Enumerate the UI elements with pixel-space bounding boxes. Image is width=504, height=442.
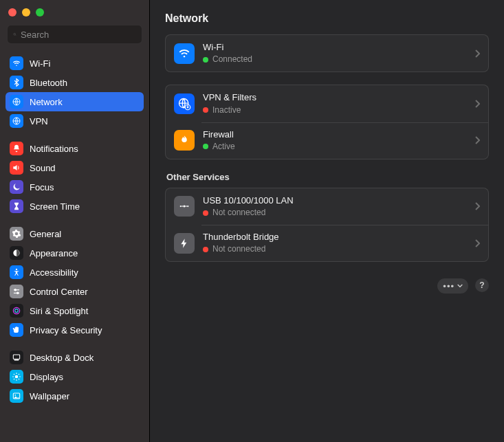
svg-point-10 — [17, 292, 19, 294]
sidebar-item-controlcenter[interactable]: Control Center — [6, 282, 144, 301]
sidebar-item-accessibility[interactable]: Accessibility — [6, 263, 144, 282]
sidebar-item-screentime[interactable]: Screen Time — [6, 197, 144, 216]
svg-point-2 — [16, 65, 17, 66]
chevron-right-icon — [474, 49, 480, 58]
firewall-icon — [174, 130, 195, 151]
minimize-icon[interactable] — [22, 8, 30, 16]
service-row-firewall[interactable]: Firewall Active — [166, 122, 488, 159]
service-status: Connected — [203, 54, 466, 65]
settings-window: Wi-Fi Bluetooth Network VPN N — [0, 0, 504, 442]
sidebar-list: Wi-Fi Bluetooth Network VPN N — [0, 51, 149, 442]
service-title: Thunderbolt Bridge — [203, 232, 466, 243]
speaker-icon — [10, 161, 23, 175]
search-input[interactable] — [21, 30, 136, 40]
main-panel: Network Wi-Fi Connected VPN & Filters — [150, 0, 504, 442]
svg-line-21 — [19, 379, 19, 379]
close-icon[interactable] — [8, 8, 17, 16]
svg-point-31 — [180, 206, 182, 207]
sidebar-item-wifi[interactable]: Wi-Fi — [6, 54, 144, 73]
service-row-usblan[interactable]: USB 10/100/1000 LAN Not connected — [166, 188, 488, 225]
sidebar-item-network[interactable]: Network — [6, 92, 144, 111]
secondary-services-card: VPN & Filters Inactive Firewall Active — [165, 85, 489, 159]
sidebar-item-label: Accessibility — [30, 267, 78, 278]
service-row-vpnfilters[interactable]: VPN & Filters Inactive — [166, 85, 488, 122]
status-dot — [203, 247, 208, 252]
sidebar-item-label: Wi-Fi — [30, 58, 50, 69]
sliders-icon — [10, 285, 23, 298]
sidebar-item-label: Wallpaper — [30, 391, 69, 401]
sidebar-item-wallpaper[interactable]: Wallpaper — [6, 386, 144, 406]
sidebar-item-label: Siri & Spotlight — [30, 306, 88, 316]
service-row-thunderbolt[interactable]: Thunderbolt Bridge Not connected — [166, 225, 488, 261]
dock-icon — [10, 351, 23, 364]
sidebar-item-bluetooth[interactable]: Bluetooth — [6, 73, 144, 92]
displays-icon — [10, 370, 23, 384]
sidebar-item-vpn[interactable]: VPN — [6, 111, 144, 131]
hand-icon — [10, 323, 23, 337]
service-title: Firewall — [203, 129, 466, 140]
svg-point-0 — [14, 33, 16, 35]
other-services-card: USB 10/100/1000 LAN Not connected Thunde… — [165, 188, 489, 263]
more-actions-button[interactable]: ••• — [437, 278, 468, 294]
svg-line-22 — [14, 379, 14, 379]
sidebar-item-label: General — [30, 229, 61, 239]
status-dot — [203, 144, 208, 149]
wallpaper-icon — [10, 389, 23, 403]
service-status: Not connected — [203, 244, 466, 254]
ellipsis-icon: ••• — [443, 281, 454, 291]
svg-point-12 — [15, 309, 19, 313]
chevron-down-icon — [457, 283, 463, 289]
wifi-icon — [174, 43, 195, 64]
sidebar-item-displays[interactable]: Displays — [6, 367, 144, 386]
sidebar-item-notifications[interactable]: Notifications — [6, 139, 144, 158]
svg-point-15 — [15, 375, 19, 379]
status-dot — [203, 210, 208, 216]
sidebar-item-label: Appearance — [30, 248, 78, 258]
bell-icon — [10, 142, 23, 155]
chevron-right-icon — [474, 136, 480, 144]
sidebar-item-label: Displays — [30, 372, 63, 382]
hourglass-icon — [10, 199, 23, 213]
svg-point-30 — [184, 206, 186, 208]
window-controls — [0, 0, 149, 22]
sidebar-item-label: Bluetooth — [30, 78, 67, 88]
bluetooth-icon — [10, 76, 23, 89]
other-services-label: Other Services — [166, 172, 487, 182]
service-title: USB 10/100/1000 LAN — [203, 195, 466, 206]
svg-line-23 — [19, 374, 19, 375]
sidebar-item-siri[interactable]: Siri & Spotlight — [6, 301, 144, 320]
svg-line-1 — [15, 35, 16, 36]
sidebar-item-label: Control Center — [30, 287, 88, 297]
primary-services-card: Wi-Fi Connected — [165, 34, 489, 72]
sidebar-item-privacy[interactable]: Privacy & Security — [6, 320, 144, 340]
svg-rect-14 — [14, 360, 19, 360]
svg-point-32 — [187, 206, 188, 207]
sidebar-item-label: Notifications — [30, 144, 78, 154]
sidebar-item-general[interactable]: General — [6, 224, 144, 243]
svg-point-26 — [184, 56, 185, 57]
sidebar-item-focus[interactable]: Focus — [6, 177, 144, 197]
svg-line-20 — [14, 374, 14, 375]
svg-point-11 — [13, 307, 19, 313]
help-button[interactable]: ? — [475, 278, 489, 292]
service-status: Not connected — [203, 208, 466, 218]
fullscreen-icon[interactable] — [36, 8, 44, 16]
search-field[interactable] — [7, 25, 142, 44]
sidebar-item-appearance[interactable]: Appearance — [6, 243, 144, 263]
globe-badge-icon — [174, 93, 195, 114]
svg-point-25 — [14, 395, 16, 396]
sidebar-item-label: VPN — [30, 116, 48, 126]
sidebar-item-sound[interactable]: Sound — [6, 158, 144, 177]
ethernet-icon — [174, 196, 195, 217]
appearance-icon — [10, 246, 23, 260]
network-icon — [10, 95, 23, 109]
service-row-wifi[interactable]: Wi-Fi Connected — [166, 35, 488, 71]
sidebar-item-desktop[interactable]: Desktop & Dock — [6, 348, 144, 367]
sidebar: Wi-Fi Bluetooth Network VPN N — [0, 0, 150, 442]
footer-actions: ••• ? — [165, 274, 489, 294]
status-dot — [203, 57, 208, 63]
page-title: Network — [165, 12, 489, 25]
gear-icon — [10, 227, 23, 241]
chevron-right-icon — [474, 100, 480, 108]
sidebar-item-label: Desktop & Dock — [30, 353, 94, 363]
